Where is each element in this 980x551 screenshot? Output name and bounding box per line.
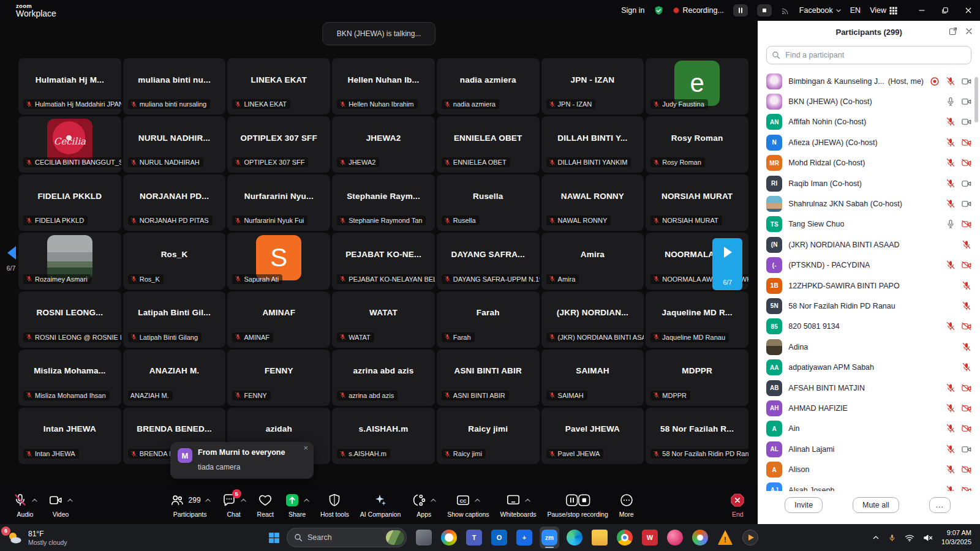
find-participant-input[interactable] [766, 46, 971, 64]
more-options-button[interactable]: ... [929, 497, 951, 513]
video-tile[interactable]: Ros_KRos_K [123, 233, 226, 289]
video-tile[interactable]: PEJABAT KO-NE...PEJABAT KO-NELAYAN BELUR… [332, 233, 435, 289]
audio-button[interactable]: Audio [10, 491, 40, 519]
chat-button[interactable]: 5 Chat [219, 491, 249, 519]
video-tile[interactable]: AmiraAmira [541, 233, 644, 289]
participant-row[interactable]: ABAFSAH BINTI MATJIN [758, 378, 980, 398]
video-tile[interactable]: AMINAFAMINAF [227, 291, 330, 348]
share-button[interactable]: Share [282, 491, 312, 519]
close-icon[interactable]: × [303, 444, 308, 452]
chevron-up-icon[interactable] [304, 498, 309, 502]
invite-button[interactable]: Invite [785, 497, 823, 513]
video-tile[interactable]: ROSNI LEONG...ROSNI LEONG @ ROSNIE LE... [18, 291, 121, 348]
video-tile[interactable]: (JKR) NORDIAN...(JKR) NORDIANA BINTI ASA… [541, 291, 644, 348]
video-tile[interactable]: OPTIPLEX 307 SFFOPTIPLEX 307 SFF [227, 116, 330, 173]
video-tile[interactable]: SSapurah Ati [227, 233, 330, 289]
video-tile[interactable]: Hellen Nuhan Ib...Hellen Nuhan Ibrahim [332, 58, 435, 114]
show-captions-button[interactable]: CC Show captions [444, 491, 492, 519]
weather-widget[interactable]: 6 81°F Mostly cloudy [6, 530, 263, 546]
participant-row[interactable]: Bimbingan & Kaunseling J...(Host, me) [758, 71, 980, 91]
participant-row[interactable]: ALAlinah Lajami [758, 439, 980, 459]
scrollbar-thumb[interactable] [974, 77, 978, 122]
video-tile[interactable]: ENNIELEA OBETENNIELEA OBET [437, 116, 540, 173]
taskbar-media-player-icon[interactable] [741, 527, 760, 549]
participant-row[interactable]: 85820 5081 9134 [758, 317, 980, 337]
volume-muted-icon[interactable] [923, 534, 933, 542]
participant-row[interactable]: 1B12ZHPKD-SAWIRA BINTI PAPO [758, 276, 980, 296]
whiteboards-button[interactable]: Whiteboards [497, 491, 540, 519]
video-tile[interactable]: JPN - IZANJPN - IZAN [541, 58, 644, 114]
stop-recording-button[interactable] [757, 4, 772, 17]
language-button[interactable]: EN [850, 6, 861, 15]
wifi-icon[interactable] [905, 534, 914, 542]
video-tile[interactable]: NORSIAH MURATNORSIAH MURAT [646, 174, 748, 231]
participant-row[interactable]: AAlison [758, 459, 980, 479]
video-tile[interactable]: Hulmatiah Hj M...Hulmatiah Hj Maddahiri … [18, 58, 121, 114]
participant-row[interactable]: AAin [758, 419, 980, 439]
video-tile[interactable]: Pavel JHEWAPavel JHEWA [541, 408, 644, 464]
end-button[interactable]: End [727, 491, 748, 519]
react-button[interactable]: React [254, 491, 277, 519]
video-tile[interactable]: RusellaRusella [437, 174, 540, 231]
next-page-button[interactable]: 6/7 [712, 238, 742, 290]
taskbar-copilot-icon[interactable] [439, 527, 459, 549]
taskbar-word-icon[interactable]: W [640, 527, 660, 549]
video-tile[interactable]: ANAZIAH M.ANAZIAH M. [123, 350, 226, 406]
video-tile[interactable]: Nurfararini Nyu...Nurfararini Nyuk Fui [227, 174, 330, 231]
video-tile[interactable]: Rozaimey Asmari [18, 233, 121, 289]
video-tile[interactable]: 58 Nor Fazilah R...58 Nor Fazilah Ridin … [646, 408, 748, 464]
video-tile[interactable]: azrina abd azisazrina abd azis [332, 350, 435, 406]
participant-row[interactable]: (-(PTSKND) - PACYDINA [758, 255, 980, 276]
participant-row[interactable]: Adina [758, 337, 980, 357]
chevron-up-icon[interactable] [205, 498, 211, 502]
video-tile[interactable]: ASNI BINTI ABIRASNI BINTI ABIR [437, 350, 540, 406]
video-tile[interactable]: LINEKA EKATLINEKA EKAT [227, 58, 330, 114]
chevron-up-icon[interactable] [32, 498, 37, 502]
participant-row[interactable]: BKN (JHEWA) (Co-host) [758, 91, 980, 111]
close-panel-icon[interactable] [965, 28, 973, 37]
participants-button[interactable]: 299 Participants [167, 491, 214, 519]
apps-button[interactable]: Apps [409, 491, 439, 519]
chevron-up-icon[interactable] [431, 498, 436, 502]
chevron-up-icon[interactable] [67, 498, 73, 502]
video-tile[interactable]: Intan JHEWAIntan JHEWA [18, 408, 121, 464]
ai-companion-button[interactable]: AI Companion [357, 491, 404, 519]
participant-row[interactable]: MRMohd Ridzal (Co-host) [758, 153, 980, 173]
video-tile[interactable]: SAIMAHSAIMAH [541, 350, 644, 406]
video-button[interactable]: Video [45, 491, 76, 519]
taskbar-edge-icon[interactable] [565, 527, 584, 549]
participant-row[interactable]: AHAHMAD HAFIZIE [758, 398, 980, 418]
video-tile[interactable]: Misliza Mohama...Misliza Mohamad Ihsan [18, 350, 121, 406]
facebook-livestream-menu[interactable]: Facebook [799, 6, 841, 15]
taskbar-widgets-icon[interactable] [414, 527, 434, 549]
chevron-up-icon[interactable] [241, 498, 246, 502]
taskbar-office-icon[interactable]: + [514, 527, 534, 549]
video-tile[interactable]: NAWAL RONNYNAWAL RONNY [541, 174, 644, 231]
taskbar-file-explorer-icon[interactable] [590, 527, 609, 549]
video-tile[interactable]: JHEWA2JHEWA2 [332, 116, 435, 173]
participant-row[interactable]: RIRaqib Iman (Co-host) [758, 173, 980, 193]
video-tile[interactable]: CeciliaCECILIA BINTI BANGGUT_SAF... [18, 116, 121, 173]
video-tile[interactable]: NURUL NADHIR...NURUL NADHIRAH [123, 116, 226, 173]
taskbar-teams-icon[interactable]: T [464, 527, 484, 549]
video-tile[interactable]: DILLAH BINTI Y...DILLAH BINTI YANKIM [541, 116, 644, 173]
taskbar-photos-icon[interactable] [665, 527, 685, 549]
chevron-up-icon[interactable] [525, 498, 530, 502]
pause-stop-recording-button[interactable]: Pause/stop recording [545, 491, 611, 519]
video-tile[interactable]: FIDELIA PKKLDFIDELIA PKKLD [18, 174, 121, 231]
tray-microphone-icon[interactable] [888, 533, 896, 542]
participant-row[interactable]: ANAffifah Nohin (Co-host) [758, 112, 980, 132]
participant-row[interactable]: TSTang Siew Chuo [758, 214, 980, 234]
taskbar-outlook-icon[interactable]: O [489, 527, 509, 549]
participant-row[interactable]: AJAlsah Joseph [758, 480, 980, 491]
taskbar-search[interactable]: Search [287, 528, 407, 547]
close-button[interactable] [957, 0, 980, 21]
participant-row[interactable]: (N(JKR) NORDIANA BINTI ASAAD [758, 234, 980, 255]
participant-row[interactable]: Shahrulnaz JKN Sabah (Co-host) [758, 193, 980, 214]
video-tile[interactable]: DAYANG SAFRA...DAYANG SAFRA-UPPM N.19 Li… [437, 233, 540, 289]
video-tile[interactable]: s.AISHAH.ms.AISHAH.m [332, 408, 435, 464]
show-hidden-icons-button[interactable] [872, 535, 880, 540]
video-tile[interactable]: WATATWATAT [332, 291, 435, 348]
view-button[interactable]: View [870, 6, 897, 15]
participant-row[interactable]: 5N58 Nor Fazilah Ridin PD Ranau [758, 296, 980, 316]
